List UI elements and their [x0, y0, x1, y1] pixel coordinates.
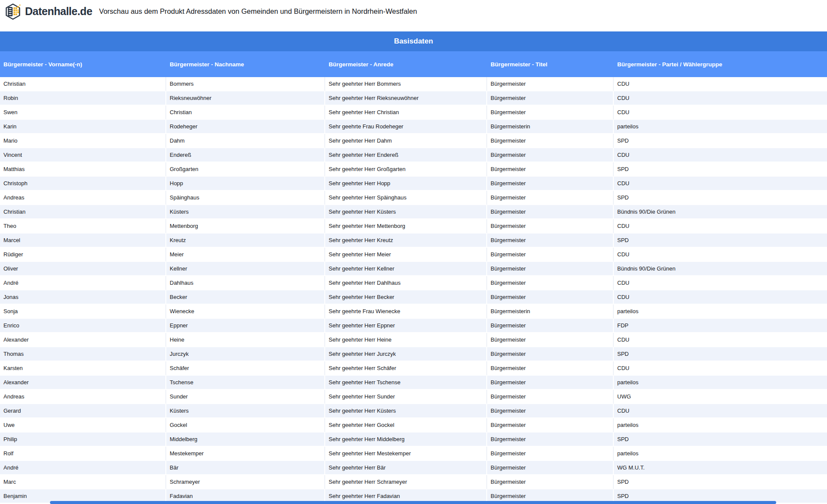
- page-title: Vorschau aus dem Produkt Adressdaten von…: [99, 7, 417, 16]
- cell-nachname: Rodeheger: [166, 120, 325, 134]
- cell-nachname: Dahm: [166, 134, 325, 148]
- cell-vorname: Theo: [0, 219, 166, 233]
- cell-vorname: Marcel: [0, 233, 166, 248]
- cell-vorname: Oliver: [0, 262, 166, 276]
- cell-titel: Bürgermeister: [487, 376, 614, 390]
- cell-nachname: Tschense: [166, 376, 325, 390]
- cell-nachname: Sunder: [166, 390, 325, 404]
- cell-anrede: Sehr geehrter Herr Becker: [325, 290, 487, 305]
- cell-nachname: Schäfer: [166, 361, 325, 376]
- cell-anrede: Sehr geehrte Frau Rodeheger: [325, 120, 487, 134]
- cell-partei: parteilos: [614, 376, 827, 390]
- cell-titel: Bürgermeister: [487, 319, 614, 333]
- table-row: MarcelKreutzSehr geehrter Herr KreutzBür…: [0, 233, 827, 248]
- cell-anrede: Sehr geehrter Herr Tschense: [325, 376, 487, 390]
- cell-anrede: Sehr geehrter Herr Eppner: [325, 319, 487, 333]
- cell-titel: Bürgermeister: [487, 418, 614, 432]
- cell-anrede: Sehr geehrter Herr Küsters: [325, 404, 487, 418]
- cell-anrede: Sehr geehrter Herr Schrameyer: [325, 475, 487, 489]
- cell-anrede: Sehr geehrter Herr Jurczyk: [325, 347, 487, 361]
- cell-anrede: Sehr geehrter Herr Kreutz: [325, 233, 487, 248]
- cell-titel: Bürgermeister: [487, 205, 614, 219]
- cell-anrede: Sehr geehrter Herr Middelberg: [325, 432, 487, 447]
- cell-anrede: Sehr geehrter Herr Heine: [325, 333, 487, 347]
- cell-vorname: Alexander: [0, 333, 166, 347]
- table-row: KarstenSchäferSehr geehrter Herr Schäfer…: [0, 361, 827, 376]
- cell-titel: Bürgermeister: [487, 447, 614, 461]
- cell-titel: Bürgermeister: [487, 177, 614, 191]
- table-row: MarcSchrameyerSehr geehrter Herr Schrame…: [0, 475, 827, 489]
- table-row: JonasBeckerSehr geehrter Herr BeckerBürg…: [0, 290, 827, 305]
- cell-partei: SPD: [614, 347, 827, 361]
- table-row: RobinRieksneuwöhnerSehr geehrter Herr Ri…: [0, 91, 827, 106]
- cell-partei: CDU: [614, 148, 827, 162]
- cell-partei: SPD: [614, 432, 827, 447]
- cell-vorname: Marc: [0, 475, 166, 489]
- cell-vorname: Andreas: [0, 191, 166, 205]
- table-row: SonjaWieneckeSehr geehrte Frau WieneckeB…: [0, 305, 827, 319]
- table-row: VincentEndereßSehr geehrter Herr Endereß…: [0, 148, 827, 162]
- cell-nachname: Hopp: [166, 177, 325, 191]
- cell-titel: Bürgermeister: [487, 148, 614, 162]
- datenhalle-logo[interactable]: Datenhalle.de: [4, 3, 92, 20]
- cell-titel: Bürgermeister: [487, 461, 614, 475]
- cell-partei: CDU: [614, 248, 827, 262]
- cell-vorname: Christian: [0, 77, 166, 91]
- cell-partei: CDU: [614, 91, 827, 106]
- cell-vorname: Swen: [0, 106, 166, 120]
- cell-titel: Bürgermeister: [487, 333, 614, 347]
- cell-titel: Bürgermeister: [487, 262, 614, 276]
- table-header-row: Bürgermeister - Vorname(-n) Bürgermeiste…: [0, 51, 827, 77]
- table-row: PhilipMiddelbergSehr geehrter Herr Midde…: [0, 432, 827, 447]
- cell-anrede: Sehr geehrter Herr Küsters: [325, 205, 487, 219]
- cell-nachname: Späinghaus: [166, 191, 325, 205]
- cell-nachname: Christian: [166, 106, 325, 120]
- cell-anrede: Sehr geehrte Frau Wienecke: [325, 305, 487, 319]
- cell-nachname: Endereß: [166, 148, 325, 162]
- cell-titel: Bürgermeister: [487, 404, 614, 418]
- cell-partei: Bündnis 90/Die Grünen: [614, 262, 827, 276]
- cell-anrede: Sehr geehrter Herr Schäfer: [325, 361, 487, 376]
- cell-partei: FDP: [614, 319, 827, 333]
- cell-vorname: Mario: [0, 134, 166, 148]
- cell-anrede: Sehr geehrter Herr Endereß: [325, 148, 487, 162]
- cell-partei: CDU: [614, 333, 827, 347]
- cell-nachname: Jurczyk: [166, 347, 325, 361]
- cell-vorname: Alexander: [0, 376, 166, 390]
- cell-vorname: André: [0, 461, 166, 475]
- horizontal-scrollbar: [0, 501, 827, 504]
- cell-nachname: Gockel: [166, 418, 325, 432]
- cell-vorname: Uwe: [0, 418, 166, 432]
- cell-vorname: Philip: [0, 432, 166, 447]
- cell-partei: SPD: [614, 162, 827, 177]
- cell-anrede: Sehr geehrter Herr Großgarten: [325, 162, 487, 177]
- cell-nachname: Wienecke: [166, 305, 325, 319]
- cell-partei: CDU: [614, 404, 827, 418]
- cell-nachname: Eppner: [166, 319, 325, 333]
- cell-vorname: Thomas: [0, 347, 166, 361]
- cell-nachname: Bär: [166, 461, 325, 475]
- cell-anrede: Sehr geehrter Herr Meier: [325, 248, 487, 262]
- cell-anrede: Sehr geehrter Herr Christian: [325, 106, 487, 120]
- cell-vorname: Rolf: [0, 447, 166, 461]
- table-row: OliverKellnerSehr geehrter Herr KellnerB…: [0, 262, 827, 276]
- cell-anrede: Sehr geehrter Herr Mestekemper: [325, 447, 487, 461]
- topbar: Datenhalle.de Vorschau aus dem Produkt A…: [0, 0, 827, 31]
- logo-wordmark: Datenhalle.de: [25, 5, 92, 18]
- horizontal-scrollbar-thumb[interactable]: [50, 501, 776, 504]
- cell-partei: Bündnis 90/Die Grünen: [614, 205, 827, 219]
- cell-titel: Bürgermeisterin: [487, 305, 614, 319]
- cell-titel: Bürgermeister: [487, 91, 614, 106]
- cell-partei: CDU: [614, 276, 827, 290]
- cell-partei: CDU: [614, 361, 827, 376]
- cell-nachname: Mestekemper: [166, 447, 325, 461]
- cell-anrede: Sehr geehrter Herr Bommers: [325, 77, 487, 91]
- cell-titel: Bürgermeister: [487, 106, 614, 120]
- cell-vorname: Robin: [0, 91, 166, 106]
- table-row: ChristianBommersSehr geehrter Herr Bomme…: [0, 77, 827, 91]
- table-row: RolfMestekemperSehr geehrter Herr Mestek…: [0, 447, 827, 461]
- cell-nachname: Becker: [166, 290, 325, 305]
- table-row: AlexanderHeineSehr geehrter Herr HeineBü…: [0, 333, 827, 347]
- cell-vorname: Christian: [0, 205, 166, 219]
- table-row: MatthiasGroßgartenSehr geehrter Herr Gro…: [0, 162, 827, 177]
